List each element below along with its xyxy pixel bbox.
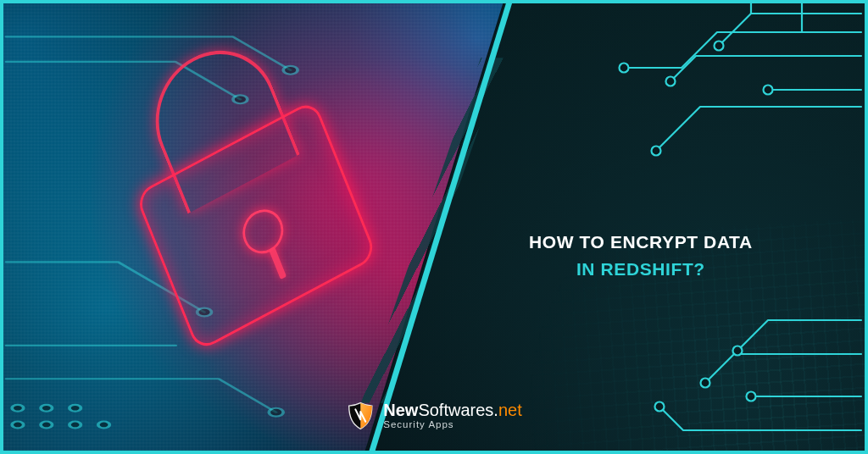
brand-name-bold: New [383,401,418,419]
page-title: HOW TO ENCRYPT DATA IN REDSHIFT? [469,232,813,280]
brand-text: NewSoftwares.net Security Apps [383,401,521,430]
brand-block: NewSoftwares.net Security Apps [346,401,521,430]
brand-tld: net [498,401,522,419]
svg-point-3 [269,408,283,417]
svg-point-15 [652,147,661,156]
svg-point-9 [41,405,53,412]
lock-icon [87,3,440,384]
svg-point-12 [620,64,629,73]
title-line-2: IN REDSHIFT? [469,259,813,280]
svg-point-6 [70,422,81,429]
svg-point-7 [98,422,110,429]
circuit-icon [497,7,861,168]
svg-point-4 [12,422,24,429]
brand-name-light: Softwares [418,401,493,419]
banner-root: HOW TO ENCRYPT DATA IN REDSHIFT? [0,0,868,454]
brand-tagline: Security Apps [383,420,521,430]
circuit-icon [556,303,861,447]
svg-point-5 [41,422,53,429]
svg-point-10 [70,405,81,412]
svg-point-8 [12,405,24,412]
title-line-1: HOW TO ENCRYPT DATA [469,232,813,252]
svg-point-14 [764,86,773,95]
svg-point-13 [666,77,676,86]
svg-point-19 [655,402,665,412]
svg-point-16 [733,346,743,356]
shield-icon [346,401,375,430]
svg-point-11 [715,42,724,51]
svg-point-18 [747,392,756,401]
svg-point-17 [701,379,710,388]
